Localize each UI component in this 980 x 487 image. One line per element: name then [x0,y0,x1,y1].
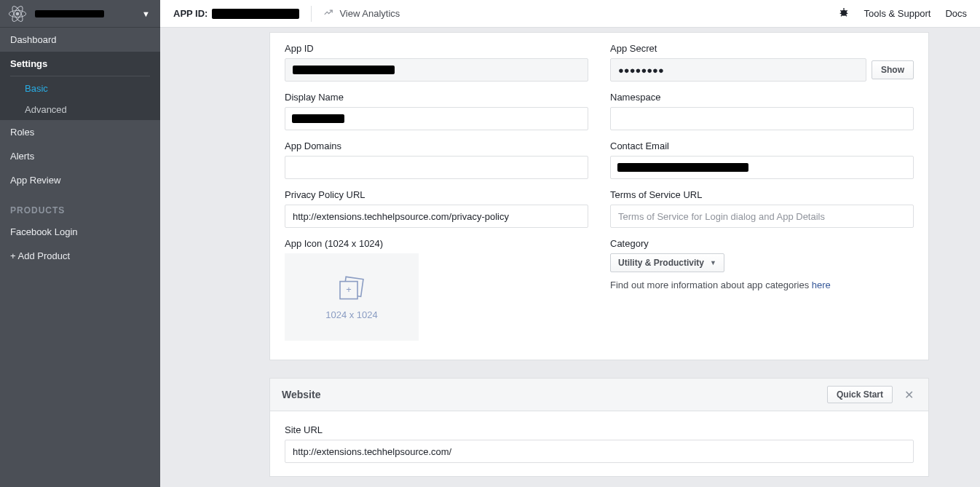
brand-icon [7,4,28,24]
sidebar-subitem-advanced[interactable]: Advanced [0,99,160,120]
app-icon-dim-text: 1024 x 1024 [325,309,378,320]
sidebar-app-name [35,9,142,19]
privacy-url-label: Privacy Policy URL [285,189,588,200]
app-icon-upload[interactable]: + 1024 x 1024 [285,253,419,341]
privacy-url-input[interactable] [285,205,588,228]
tos-url-label: Terms of Service URL [610,189,914,200]
show-secret-button[interactable]: Show [872,60,914,79]
sidebar-add-product[interactable]: + Add Product [0,244,160,268]
topbar: APP ID: View Analytics Tools & Support D… [160,0,980,28]
analytics-icon [323,7,333,20]
category-label: Category [610,238,914,249]
site-url-input[interactable] [285,440,914,463]
bug-icon[interactable] [838,7,850,21]
image-upload-icon: + [334,274,369,304]
svg-text:+: + [346,283,351,294]
sidebar-item-alerts[interactable]: Alerts [0,144,160,168]
category-dropdown[interactable]: Utility & Productivity ▼ [610,253,724,272]
chevron-down-icon: ▼ [142,9,150,18]
sidebar-item-dashboard[interactable]: Dashboard [0,28,160,52]
tools-support-link[interactable]: Tools & Support [864,8,931,19]
display-name-label: Display Name [285,92,588,103]
appid-label: APP ID: [173,8,208,19]
sidebar-item-settings[interactable]: Settings [0,52,160,76]
sidebar-section-settings: Settings Basic Advanced [0,52,160,120]
chevron-down-icon: ▼ [710,259,716,266]
sidebar-products-label: PRODUCTS [0,192,160,220]
sidebar-item-app-review[interactable]: App Review [0,168,160,192]
category-value: Utility & Productivity [618,258,704,268]
tos-url-input[interactable] [610,205,914,228]
category-here-link[interactable]: here [812,280,831,290]
sidebar-app-selector[interactable]: ▼ [0,0,160,28]
app-secret-field-label: App Secret [610,43,914,54]
app-domains-label: App Domains [285,140,588,151]
app-id-value [285,58,588,82]
appid-value [212,9,299,19]
sidebar-item-roles[interactable]: Roles [0,120,160,144]
contact-email-label: Contact Email [610,140,914,151]
site-url-label: Site URL [285,424,914,435]
app-icon-label: App Icon (1024 x 1024) [285,238,588,249]
basic-settings-panel: App ID App Secret ●●●●●●●● Show [269,32,929,360]
namespace-input[interactable] [610,107,914,130]
app-id-field-label: App ID [285,43,588,54]
website-platform-panel: Website Quick Start ✕ Site URL [269,378,929,477]
docs-link[interactable]: Docs [945,8,967,19]
close-icon[interactable]: ✕ [901,388,917,402]
website-panel-title: Website [282,389,827,400]
category-note: Find out more information about app cate… [610,280,914,290]
view-analytics-label: View Analytics [339,8,400,19]
svg-point-3 [16,12,19,15]
sidebar-subitem-basic[interactable]: Basic [0,78,160,99]
sidebar-item-facebook-login[interactable]: Facebook Login [0,220,160,244]
namespace-label: Namespace [610,92,914,103]
app-domains-input[interactable] [285,156,588,179]
app-secret-value: ●●●●●●●● [610,58,866,82]
sidebar: ▼ Dashboard Settings Basic Advanced Role… [0,0,160,487]
view-analytics-link[interactable]: View Analytics [323,7,400,20]
quick-start-button[interactable]: Quick Start [827,386,893,403]
